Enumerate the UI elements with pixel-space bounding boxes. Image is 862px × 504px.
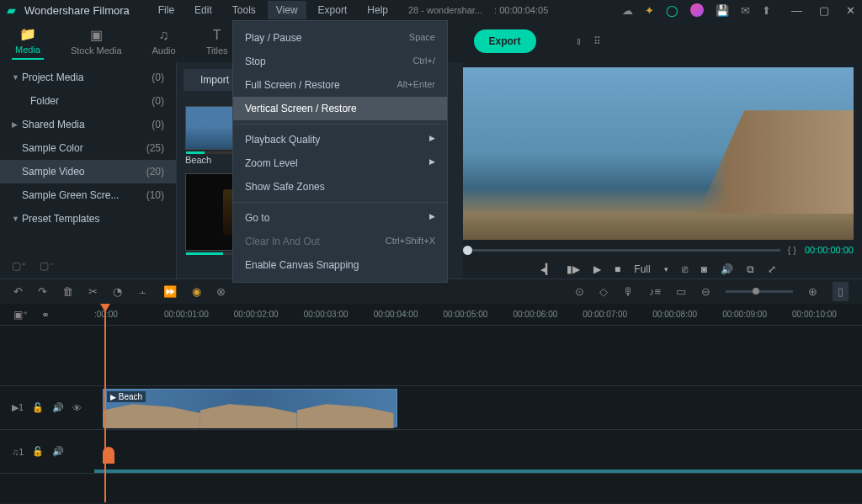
preview-video[interactable] bbox=[463, 67, 854, 240]
menu-file[interactable]: File bbox=[150, 1, 183, 19]
zoom-in-icon[interactable]: ⊕ bbox=[808, 285, 817, 298]
step-back-icon[interactable]: ◂▎ bbox=[540, 263, 553, 275]
upload-icon[interactable]: ⬆ bbox=[762, 4, 771, 17]
maximize-icon[interactable]: ▢ bbox=[819, 4, 829, 17]
app-title: Wondershare Filmora bbox=[24, 4, 130, 17]
expand-icon[interactable]: ⤢ bbox=[768, 263, 776, 275]
prev-frame-icon[interactable]: ▮▶ bbox=[567, 263, 580, 275]
mixer-icon[interactable]: ♪≡ bbox=[649, 285, 661, 298]
snapshot-icon[interactable]: ◙ bbox=[701, 263, 707, 275]
remove-folder-icon[interactable]: ▢⁻ bbox=[40, 260, 54, 272]
keyframe-icon[interactable]: ◇ bbox=[599, 285, 608, 298]
separator bbox=[233, 124, 447, 125]
menu-help[interactable]: Help bbox=[359, 1, 396, 19]
fit-icon[interactable]: ▯ bbox=[833, 282, 849, 301]
mute-icon[interactable]: 🔊 bbox=[52, 402, 64, 413]
sidebar-item-preset-templates[interactable]: ▼ Preset Templates bbox=[0, 207, 176, 231]
menu-stop[interactable]: Stop Ctrl+/ bbox=[233, 50, 447, 73]
undo-icon[interactable]: ↶ bbox=[13, 285, 23, 298]
grid-icon[interactable]: ⠿ bbox=[593, 35, 601, 47]
menu-vertical-screen[interactable]: Vertical Screen / Restore bbox=[233, 97, 447, 120]
stop-icon[interactable]: ■ bbox=[615, 263, 620, 275]
media-view-options: ⫾ ⠿ bbox=[577, 35, 601, 47]
window-controls: — ▢ ✕ bbox=[791, 4, 855, 17]
chevron-down-icon: ▼ bbox=[12, 215, 22, 223]
menu-canvas-snapping[interactable]: Enable Canvas Snapping bbox=[233, 253, 447, 277]
marker-icon[interactable]: ◔ bbox=[113, 285, 122, 298]
sidebar-item-project-media[interactable]: ▼ Project Media (0) bbox=[0, 66, 176, 89]
redo-icon[interactable]: ↷ bbox=[38, 285, 47, 298]
volume-icon[interactable]: 🔊 bbox=[721, 263, 733, 275]
grade-icon[interactable]: ⊗ bbox=[216, 285, 226, 298]
menu-fullscreen[interactable]: Full Screen / Restore Alt+Enter bbox=[233, 73, 447, 97]
minimize-icon[interactable]: — bbox=[791, 4, 802, 17]
media-sidebar: ▼ Project Media (0) Folder (0) ▶ Shared … bbox=[0, 62, 177, 279]
quality-label[interactable]: Full bbox=[634, 263, 650, 275]
menu-view[interactable]: View bbox=[268, 1, 306, 19]
playhead[interactable] bbox=[104, 304, 106, 502]
tab-audio[interactable]: ♫ Audio bbox=[149, 24, 179, 59]
save-icon[interactable]: 💾 bbox=[716, 4, 729, 17]
mute-icon[interactable]: 🔊 bbox=[52, 446, 64, 457]
link-icon[interactable]: ⚭ bbox=[41, 309, 50, 321]
delete-icon[interactable]: 🗑 bbox=[62, 285, 73, 298]
menu-zoom-level[interactable]: Zoom Level ▶ bbox=[233, 151, 447, 175]
music-icon: ♫ bbox=[159, 28, 169, 43]
mail-icon[interactable]: ✉ bbox=[741, 4, 750, 17]
crop-icon[interactable]: ⫠ bbox=[137, 285, 148, 298]
sidebar-item-sample-color[interactable]: Sample Color (25) bbox=[0, 136, 176, 160]
video-track[interactable]: ▶1 🔓 🔊 👁 ▶ Beach bbox=[0, 386, 862, 430]
video-clip-beach[interactable]: ▶ Beach bbox=[103, 389, 397, 427]
menu-edit[interactable]: Edit bbox=[186, 1, 221, 19]
lock-icon[interactable]: 🔓 bbox=[32, 402, 44, 413]
headphones-icon[interactable]: ◯ bbox=[666, 4, 678, 17]
chevron-right-icon: ▶ bbox=[429, 134, 435, 146]
tab-titles[interactable]: T Titles bbox=[203, 24, 231, 59]
record-icon[interactable]: ⊙ bbox=[575, 285, 584, 298]
account-icon[interactable] bbox=[690, 3, 704, 17]
sidebar-item-sample-green[interactable]: Sample Green Scre... (10) bbox=[0, 183, 176, 207]
display-icon[interactable]: ⎚ bbox=[682, 263, 688, 275]
audio-track-head: ♫1 🔓 🔊 bbox=[0, 430, 94, 473]
copy-icon[interactable]: ⧉ bbox=[747, 263, 754, 275]
color-icon[interactable]: ◉ bbox=[192, 285, 201, 298]
voiceover-icon[interactable]: 🎙 bbox=[623, 285, 634, 298]
lock-icon[interactable]: 🔓 bbox=[32, 446, 44, 457]
timeline-add-icon[interactable]: ▣⁺ bbox=[13, 309, 28, 321]
tab-stock-media[interactable]: ▣ Stock Media bbox=[67, 24, 125, 59]
filter-icon[interactable]: ⫾ bbox=[577, 35, 582, 47]
menu-goto[interactable]: Go to ▶ bbox=[233, 206, 447, 230]
separator bbox=[233, 202, 447, 203]
timeline: ▣⁺ ⚭ :00:00 00:00:01:00 00:00:02:00 00:0… bbox=[0, 304, 862, 502]
add-folder-icon[interactable]: ▢⁺ bbox=[12, 260, 26, 272]
menu-tools[interactable]: Tools bbox=[224, 1, 264, 19]
export-button[interactable]: Export bbox=[474, 29, 536, 53]
visible-icon[interactable]: 👁 bbox=[72, 403, 82, 413]
sidebar-item-folder[interactable]: Folder (0) bbox=[0, 89, 176, 113]
menu-safe-zones[interactable]: Show Safe Zones bbox=[233, 175, 447, 199]
menu-export[interactable]: Export bbox=[310, 1, 356, 19]
seek-thumb[interactable] bbox=[463, 246, 472, 255]
zoom-out-icon[interactable]: ⊖ bbox=[701, 285, 710, 298]
time-ruler[interactable]: ▣⁺ ⚭ :00:00 00:00:01:00 00:00:02:00 00:0… bbox=[0, 304, 862, 326]
audio-track[interactable]: ♫1 🔓 🔊 bbox=[0, 430, 862, 474]
sidebar-item-sample-video[interactable]: Sample Video (20) bbox=[0, 160, 176, 183]
zoom-slider[interactable] bbox=[726, 290, 793, 293]
cut-icon[interactable]: ✂ bbox=[88, 285, 98, 298]
sidebar-item-shared-media[interactable]: ▶ Shared Media (0) bbox=[0, 113, 176, 136]
chevron-right-icon: ▶ bbox=[429, 212, 435, 224]
titlebar: ▰ Wondershare Filmora File Edit Tools Vi… bbox=[0, 0, 862, 20]
play-icon[interactable]: ▶ bbox=[593, 263, 601, 275]
tab-media[interactable]: 📁 Media bbox=[12, 23, 44, 60]
chevron-right-icon: ▶ bbox=[12, 120, 22, 129]
close-icon[interactable]: ✕ bbox=[846, 4, 855, 17]
cloud-icon[interactable]: ☁ bbox=[622, 4, 633, 17]
project-name: 28 - wondershar... bbox=[408, 5, 482, 15]
menu-clear-inout: Clear In And Out Ctrl+Shift+X bbox=[233, 230, 447, 253]
aspect-icon[interactable]: ▭ bbox=[676, 285, 686, 298]
preview-seekbar[interactable]: { } 00:00:00:00 bbox=[463, 240, 854, 260]
speed-icon[interactable]: ⏩ bbox=[163, 285, 177, 298]
menu-play-pause[interactable]: Play / Pause Space bbox=[233, 26, 447, 50]
menu-playback-quality[interactable]: Playback Quality ▶ bbox=[233, 128, 447, 151]
tips-icon[interactable]: ✦ bbox=[645, 4, 654, 17]
